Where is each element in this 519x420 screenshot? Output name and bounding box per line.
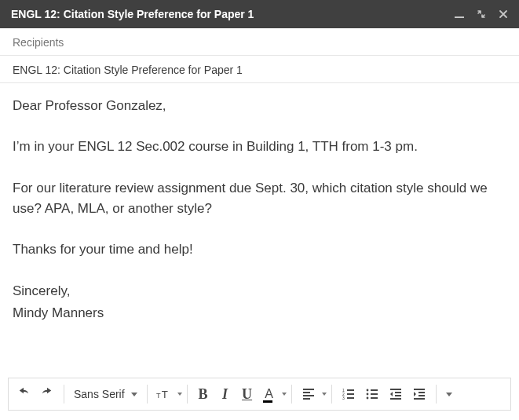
chevron-down-icon (282, 393, 287, 396)
toolbar-separator (147, 385, 148, 404)
more-formatting-button[interactable] (441, 382, 457, 407)
font-family-picker[interactable]: Sans Serif (69, 388, 142, 400)
recipients-field[interactable]: Recipients (0, 28, 519, 56)
svg-rect-0 (455, 16, 464, 18)
formatting-toolbar-wrap: Sans Serif TT B I U A (0, 371, 519, 420)
toolbar-separator (436, 385, 437, 404)
indent-more-button[interactable] (408, 382, 431, 407)
svg-text:3: 3 (342, 396, 345, 400)
svg-point-8 (366, 397, 368, 400)
undo-button[interactable] (12, 382, 35, 407)
window-title: ENGL 12: Citation Style Preference for P… (11, 8, 455, 20)
chevron-down-icon (177, 393, 182, 396)
toolbar-separator (187, 385, 188, 404)
body-paragraph: Dear Professor Gonzalez, (13, 96, 506, 116)
font-family-label: Sans Serif (74, 388, 125, 400)
body-paragraph: Sincerely, (13, 281, 506, 301)
window-controls (455, 9, 508, 19)
body-paragraph: Thanks for your time and help! (13, 239, 506, 260)
numbered-list-button[interactable]: 123 (337, 382, 360, 407)
body-paragraph: Mindy Manners (13, 303, 506, 323)
bulleted-list-button[interactable] (360, 382, 384, 407)
body-paragraph: I’m in your ENGL 12 Sec.002 course in Bu… (13, 137, 506, 157)
svg-text:T: T (161, 389, 167, 400)
close-icon[interactable] (499, 9, 508, 19)
maximize-icon[interactable] (477, 9, 486, 19)
message-body[interactable]: Dear Professor Gonzalez, I’m in your ENG… (0, 83, 519, 371)
subject-field[interactable]: ENGL 12: Citation Style Preference for P… (0, 56, 519, 83)
chevron-down-icon (131, 393, 137, 396)
minimize-icon[interactable] (455, 9, 464, 19)
align-button[interactable] (297, 382, 320, 407)
compose-window: ENGL 12: Citation Style Preference for P… (0, 0, 519, 420)
chevron-down-icon (322, 393, 327, 396)
indent-less-button[interactable] (384, 382, 408, 407)
titlebar: ENGL 12: Citation Style Preference for P… (0, 0, 519, 28)
svg-point-7 (366, 393, 368, 396)
formatting-toolbar: Sans Serif TT B I U A (8, 378, 511, 411)
toolbar-separator (64, 385, 64, 404)
redo-button[interactable] (35, 382, 59, 407)
underline-button[interactable]: U (236, 382, 258, 407)
toolbar-separator (331, 385, 332, 404)
toolbar-separator (291, 385, 292, 404)
svg-point-6 (366, 389, 368, 392)
text-color-button[interactable]: A (258, 382, 280, 407)
body-paragraph: For our literature review assignment due… (13, 178, 506, 220)
italic-button[interactable]: I (214, 382, 236, 407)
svg-text:T: T (156, 392, 161, 400)
bold-button[interactable]: B (192, 382, 214, 407)
font-size-button[interactable]: TT (152, 382, 176, 407)
chevron-down-icon (446, 393, 452, 396)
